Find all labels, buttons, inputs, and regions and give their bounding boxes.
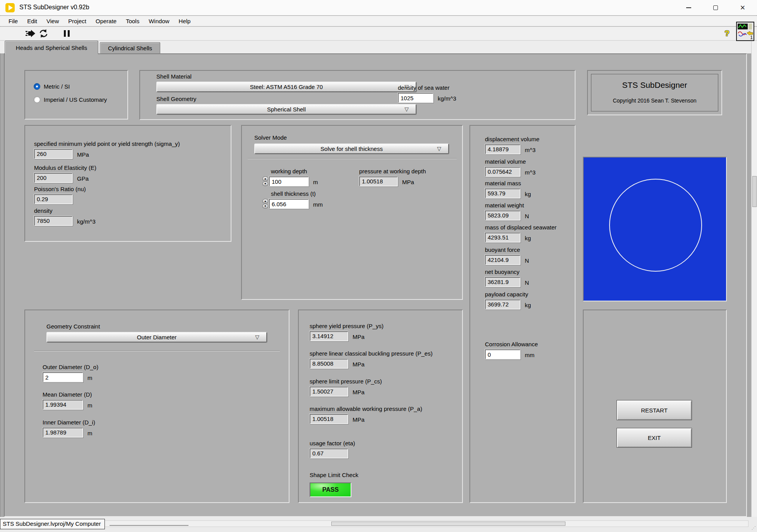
inner-diameter-value: 1.98789	[43, 428, 83, 438]
unit-label: mm	[313, 201, 323, 209]
unit-label: N	[525, 279, 529, 287]
labview-window: STS SubDesigner v0.92b × File Edit View …	[0, 0, 757, 532]
menu-view[interactable]: View	[42, 18, 63, 24]
unit-label: kg/m^3	[77, 218, 96, 226]
material-weight-value: 5823.09	[485, 210, 521, 221]
corrosion-allowance-label: Corrosion Allowance	[485, 341, 538, 347]
context-help-icon[interactable]: ?	[724, 29, 730, 38]
exit-button[interactable]: EXIT	[617, 428, 692, 448]
field-poissons-ratio: Poisson's Ratio (nu) 0.29	[34, 186, 86, 204]
pause-icon[interactable]	[64, 30, 70, 37]
tab-label: Cylindrical Shells	[108, 45, 152, 51]
menu-operate[interactable]: Operate	[91, 18, 121, 24]
menu-file[interactable]: File	[4, 18, 22, 24]
menu-window[interactable]: Window	[144, 18, 174, 24]
field-mean-diameter: Mean Diameter (D) 1.99394 m	[43, 391, 92, 410]
field-net-buoyancy: net buoyancy 36281.9 N	[485, 269, 529, 287]
vi-count-badge: 1	[750, 35, 753, 40]
title-bar[interactable]: STS SubDesigner v0.92b ×	[0, 0, 757, 15]
menu-bar: File Edit View Project Operate Tools Win…	[0, 16, 757, 26]
unit-label: kg/m^3	[438, 95, 456, 103]
field-pressure-at-depth: pressure at working depth 1.00518 MPa	[359, 168, 426, 186]
geometry-constraint-dropdown[interactable]: Outer Diameter ▽	[46, 332, 267, 342]
field-displacement-volume: displacement volume 4.18879 m^3	[485, 136, 539, 154]
menu-project[interactable]: Project	[63, 18, 91, 24]
shell-thickness-input[interactable]	[269, 199, 309, 209]
field-material-weight: material weight 5823.09 N	[485, 202, 529, 221]
horizontal-scrollbar[interactable]	[99, 520, 748, 527]
displacement-volume-value: 4.18879	[485, 144, 521, 154]
menu-edit[interactable]: Edit	[22, 18, 42, 24]
menu-tools[interactable]: Tools	[121, 18, 144, 24]
displaced-seawater-value: 4293.51	[485, 233, 521, 243]
labview-app-icon	[5, 3, 15, 12]
unit-label: GPa	[77, 175, 89, 183]
unit-label: MPa	[353, 361, 365, 369]
radio-imperial-us[interactable]: Imperial / US Customary	[34, 96, 107, 103]
yield-strength-label: specified minimum yield point or yield s…	[34, 140, 180, 147]
field-working-depth: working depth ▲▼ m	[262, 168, 318, 186]
unit-label: kg	[525, 235, 531, 243]
outer-diameter-input[interactable]	[43, 372, 83, 382]
decrement-icon[interactable]: ▼	[262, 181, 268, 186]
increment-icon[interactable]: ▲	[262, 199, 268, 204]
unit-label: m	[313, 179, 318, 186]
material-mass-value: 593.79	[485, 188, 521, 198]
working-depth-spinner[interactable]: ▲▼	[262, 176, 268, 186]
unit-label: MPa	[353, 389, 365, 397]
increment-icon[interactable]: ▲	[262, 176, 268, 181]
run-arrow-icon[interactable]	[26, 29, 36, 39]
unit-label: mm	[525, 352, 534, 359]
working-depth-input[interactable]	[269, 176, 309, 186]
shape-limit-check-label: Shape Limit Check	[310, 472, 358, 478]
unit-label: m^3	[525, 147, 536, 154]
solver-mode-dropdown[interactable]: Solve for shell thickness ▽	[254, 144, 449, 154]
unit-label: kg	[525, 191, 531, 198]
resize-grip[interactable]: ⋰	[752, 525, 756, 530]
corrosion-allowance-input[interactable]	[485, 349, 521, 359]
restart-button[interactable]: RESTART	[617, 400, 692, 420]
menu-help[interactable]: Help	[174, 18, 195, 24]
pressure-at-depth-label: pressure at working depth	[359, 168, 426, 174]
solver-mode-label-wrap: Solver Mode	[254, 134, 287, 143]
sphere-limit-pressure-label: sphere limit pressure (P_cs)	[310, 378, 382, 385]
decrement-icon[interactable]: ▼	[262, 204, 268, 209]
maximize-button[interactable]	[704, 0, 727, 15]
geometry-constraint-value: Outer Diameter	[137, 334, 177, 340]
run-continuous-icon[interactable]	[39, 29, 48, 39]
shell-geometry-value: Spherical Shell	[267, 106, 306, 113]
close-button[interactable]: ×	[731, 0, 754, 15]
separator	[248, 158, 457, 159]
poissons-value: 0.29	[34, 194, 73, 204]
radio-metric-si[interactable]: Metric / SI	[34, 83, 70, 90]
sea-water-density-input[interactable]	[398, 93, 433, 103]
tab-label: Heads and Spherical Shells	[16, 44, 87, 51]
tab-cylindrical-shells[interactable]: Cylindrical Shells	[100, 42, 160, 53]
shell-material-dropdown[interactable]: Steel: ASTM A516 Grade 70 ▽	[156, 82, 416, 92]
pressure-at-depth-value: 1.00518	[359, 176, 398, 186]
displacement-volume-label: displacement volume	[485, 136, 539, 142]
dropdown-arrow-icon: ▽	[255, 334, 259, 340]
vertical-scrollbar[interactable]	[751, 41, 757, 517]
exit-button-label: EXIT	[648, 434, 661, 441]
vertical-scrollbar-thumb[interactable]	[752, 176, 757, 207]
field-sphere-buckling-pressure: sphere linear classical buckling pressur…	[310, 350, 433, 369]
field-material-density: density 7850 kg/m^3	[34, 207, 96, 226]
minimize-button[interactable]	[677, 0, 700, 15]
buoyant-force-label: buoyant force	[485, 246, 529, 253]
pass-text: PASS	[322, 486, 339, 493]
field-sea-water-density: density of sea water kg/m^3	[398, 84, 456, 103]
horizontal-scrollbar-groove	[110, 525, 188, 526]
tab-heads-spherical-shells[interactable]: Heads and Spherical Shells	[5, 41, 98, 54]
field-sphere-yield-pressure: sphere yield pressure (P_ys) 3.14912 MPa	[310, 323, 384, 341]
vi-icon[interactable]: 1	[736, 22, 754, 41]
horizontal-scrollbar-thumb[interactable]	[331, 522, 565, 526]
about-title: STS SubDesigner	[622, 80, 687, 90]
shell-thickness-spinner[interactable]: ▲▼	[262, 199, 268, 209]
field-inner-diameter: Inner Diameter (D_i) 1.98789 m	[43, 419, 95, 438]
status-path-box[interactable]: STS SubDesigner.lvproj/My Computer	[0, 519, 105, 529]
sphere-outline	[609, 179, 702, 272]
mean-diameter-value: 1.99394	[43, 400, 83, 410]
shell-geometry-dropdown[interactable]: Spherical Shell ▽	[156, 104, 416, 115]
restart-button-label: RESTART	[641, 407, 668, 414]
